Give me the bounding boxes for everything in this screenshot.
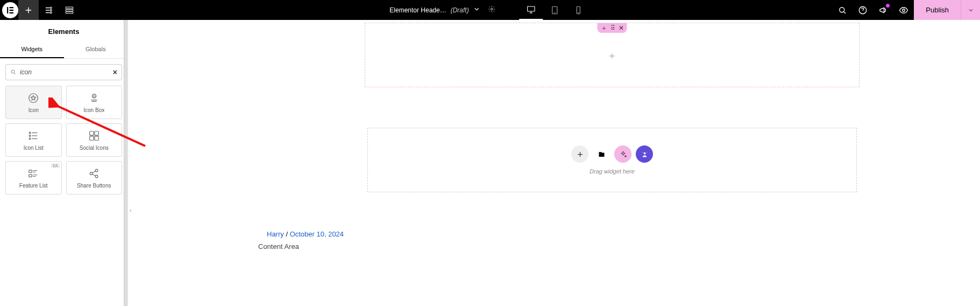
- svg-point-21: [29, 138, 31, 140]
- site-settings-button[interactable]: [39, 0, 59, 20]
- widget-feature-list[interactable]: EA Feature List: [5, 161, 62, 194]
- svg-rect-22: [90, 131, 94, 135]
- svg-point-32: [646, 152, 647, 152]
- publish-options-button[interactable]: [961, 0, 980, 20]
- svg-rect-27: [29, 174, 32, 177]
- top-bar: Elementor Heade… (Draft) Publish: [0, 0, 980, 20]
- svg-point-13: [840, 7, 844, 12]
- widget-label: Share Buttons: [77, 183, 111, 189]
- editor-canvas[interactable]: ＋ ⠿ ✕ ＋ Drag widget here Harry / October…: [128, 20, 980, 306]
- svg-point-33: [642, 152, 643, 152]
- add-column-button[interactable]: ＋: [607, 49, 617, 62]
- whats-new-button[interactable]: [873, 0, 893, 20]
- svg-point-10: [555, 12, 555, 13]
- finder-search-button[interactable]: [832, 0, 853, 20]
- svg-point-6: [50, 12, 52, 13]
- elementor-logo[interactable]: [2, 2, 18, 18]
- svg-rect-25: [95, 136, 98, 140]
- widget-label: Icon: [29, 107, 39, 113]
- svg-point-20: [29, 135, 31, 136]
- drop-hint-text: Drag widget here: [590, 168, 635, 175]
- svg-point-16: [11, 70, 15, 73]
- section-delete-button[interactable]: ✕: [619, 25, 624, 31]
- section-container[interactable]: ＋ ⠿ ✕ ＋: [365, 23, 860, 87]
- svg-point-19: [29, 132, 31, 134]
- add-section-button[interactable]: [571, 145, 588, 163]
- svg-point-30: [95, 175, 98, 178]
- widget-social-icons[interactable]: Social Icons: [66, 123, 123, 157]
- search-clear-button[interactable]: ×: [113, 68, 117, 76]
- device-desktop-tab[interactable]: [520, 0, 543, 20]
- document-title: Elementor Heade…: [389, 6, 446, 14]
- svg-rect-1: [10, 7, 14, 8]
- svg-rect-8: [528, 6, 535, 11]
- widget-icon[interactable]: Icon: [5, 86, 62, 119]
- ea-badge: EA: [51, 163, 59, 168]
- publish-button[interactable]: Publish: [914, 0, 961, 20]
- responsive-device-tabs: [520, 0, 591, 20]
- feature-list-icon: [26, 168, 40, 179]
- widget-icon-box[interactable]: Icon Box: [66, 86, 123, 119]
- device-tablet-tab[interactable]: [543, 0, 567, 20]
- post-date-link[interactable]: October 10, 2024: [290, 230, 344, 238]
- svg-point-4: [50, 7, 52, 9]
- svg-point-12: [578, 12, 579, 13]
- svg-rect-26: [29, 170, 32, 172]
- post-meta: Harry / October 10, 2024: [267, 230, 344, 238]
- share-icon: [87, 168, 101, 179]
- widget-search-input[interactable]: [20, 68, 113, 76]
- add-template-button[interactable]: [593, 145, 610, 163]
- tab-globals[interactable]: Globals: [64, 41, 128, 58]
- help-button[interactable]: [853, 0, 873, 20]
- search-icon: [10, 69, 17, 75]
- svg-point-5: [50, 9, 52, 11]
- content-area-label: Content Area: [258, 242, 299, 251]
- tab-widgets[interactable]: Widgets: [0, 41, 64, 58]
- notification-dot-icon: [886, 4, 890, 8]
- svg-point-15: [903, 9, 905, 11]
- panel-title: Elements: [0, 20, 127, 41]
- widget-icon-list[interactable]: Icon List: [5, 123, 62, 157]
- svg-point-31: [643, 152, 645, 154]
- widget-label: Social Icons: [80, 145, 109, 151]
- document-settings-button[interactable]: [488, 5, 496, 15]
- svg-point-29: [95, 169, 98, 172]
- document-status: (Draft): [451, 6, 469, 14]
- ai-button[interactable]: [636, 145, 653, 163]
- panel-collapse-handle[interactable]: ‹: [128, 205, 133, 215]
- chevron-down-icon: [473, 5, 481, 15]
- icon-list-icon: [26, 130, 40, 142]
- panel-subtabs: Widgets Globals: [0, 41, 127, 59]
- document-title-dropdown[interactable]: Elementor Heade… (Draft): [389, 5, 480, 15]
- widget-label: Icon List: [24, 145, 44, 151]
- post-author-link[interactable]: Harry: [267, 230, 284, 238]
- star-icon: [26, 92, 40, 104]
- add-element-button[interactable]: [18, 0, 39, 20]
- widget-share-buttons[interactable]: Share Buttons: [66, 161, 123, 194]
- empty-drop-zone[interactable]: Drag widget here: [367, 128, 857, 192]
- elements-panel: Elements Widgets Globals × Icon Icon Box: [0, 20, 128, 306]
- svg-point-7: [491, 8, 493, 10]
- widget-label: Feature List: [19, 183, 48, 189]
- section-handle: ＋ ⠿ ✕: [598, 23, 627, 33]
- icon-box-icon: [87, 92, 101, 104]
- social-icons-icon: [87, 130, 101, 142]
- widget-search-box: ×: [5, 64, 122, 80]
- preview-button[interactable]: [893, 0, 914, 20]
- ai-layout-button[interactable]: [614, 145, 631, 163]
- svg-rect-24: [90, 136, 94, 140]
- section-drag-handle[interactable]: ⠿: [610, 25, 615, 31]
- section-add-button[interactable]: ＋: [601, 25, 607, 31]
- svg-rect-23: [95, 131, 98, 135]
- svg-rect-0: [7, 7, 8, 13]
- svg-rect-3: [10, 12, 14, 13]
- svg-rect-2: [10, 9, 14, 10]
- svg-point-28: [90, 172, 93, 175]
- device-mobile-tab[interactable]: [567, 0, 591, 20]
- structure-button[interactable]: [59, 0, 80, 20]
- widget-label: Icon Box: [83, 107, 104, 113]
